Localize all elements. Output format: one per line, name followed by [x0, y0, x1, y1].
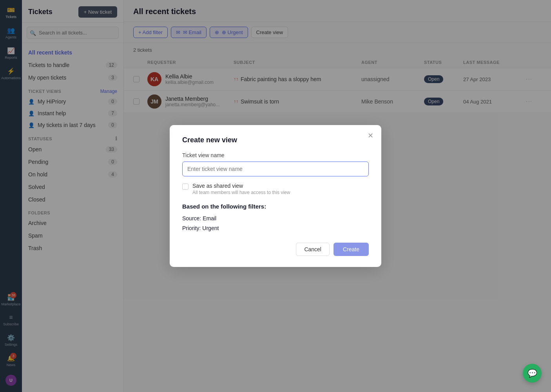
filter-priority-line: Priority: Urgent — [182, 223, 369, 233]
filters-heading: Based on the following filters: — [182, 203, 369, 210]
modal-actions: Cancel Create — [182, 243, 369, 256]
field-label: Ticket view name — [182, 152, 369, 158]
modal-title: Create new view — [182, 136, 369, 144]
filter-source-line: Source: Email — [182, 214, 369, 223]
shared-view-label: Save as shared view — [192, 183, 290, 189]
chat-bubble-button[interactable]: 💬 — [523, 364, 542, 383]
shared-view-sublabel: All team members will have access to thi… — [192, 190, 290, 195]
shared-view-checkbox[interactable] — [182, 183, 188, 190]
modal-close-button[interactable]: ✕ — [368, 132, 373, 139]
ticket-view-name-field: Ticket view name — [182, 152, 369, 176]
create-view-modal: ✕ Create new view Ticket view name Save … — [170, 125, 381, 267]
filters-section: Based on the following filters: Source: … — [182, 203, 369, 233]
chat-icon: 💬 — [527, 368, 537, 378]
modal-overlay[interactable]: ✕ Create new view Ticket view name Save … — [0, 0, 551, 392]
shared-view-checkbox-row: Save as shared view All team members wil… — [182, 183, 369, 195]
cancel-button[interactable]: Cancel — [296, 243, 330, 256]
create-button[interactable]: Create — [334, 243, 369, 256]
ticket-view-name-input[interactable] — [182, 162, 369, 176]
